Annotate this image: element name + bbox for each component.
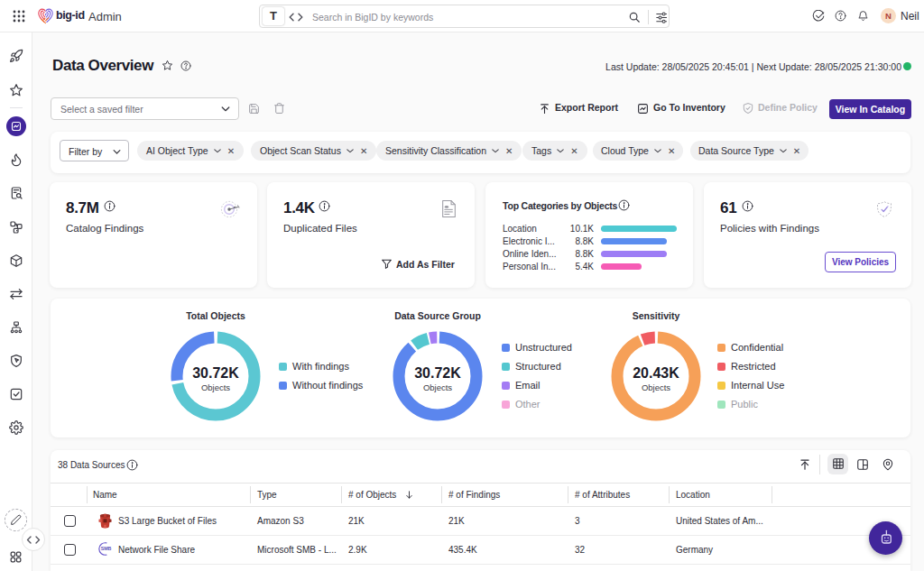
svg-text:SMB: SMB (101, 546, 112, 551)
